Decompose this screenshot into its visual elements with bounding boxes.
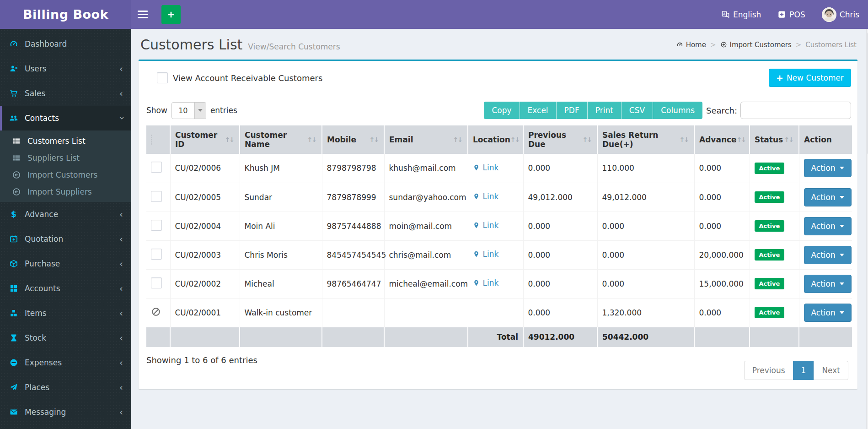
quick-add-button[interactable] (161, 5, 181, 24)
svg-text:A: A (723, 12, 726, 16)
row-action-button[interactable]: Action (804, 159, 852, 177)
column-header-advance[interactable]: Advance↑↓ (694, 125, 750, 154)
cell-previous-due: 0.000 (523, 212, 597, 240)
sidebar-item-stock[interactable]: Stock‹ (0, 326, 131, 350)
pos-button[interactable]: POS (777, 10, 805, 19)
sidebar-item-messaging[interactable]: Messaging‹ (0, 400, 131, 424)
search-input[interactable] (740, 102, 851, 119)
sidebar-item-users[interactable]: Users‹ (0, 56, 131, 81)
cell-select (146, 154, 170, 183)
breadcrumb-item-home[interactable]: Home (676, 41, 706, 49)
row-checkbox[interactable] (151, 191, 162, 202)
location-link-label: Link (483, 192, 499, 201)
column-header-customer-id[interactable]: Customer ID↑↓ (170, 125, 240, 154)
sidebar-item-expenses[interactable]: Expenses‹ (0, 350, 131, 375)
content: Customers List View/Search Customers Hom… (131, 29, 868, 429)
cell-action: Action (799, 269, 852, 298)
column-header-customer-name[interactable]: Customer Name↑↓ (240, 125, 322, 154)
sidebar-toggle-button[interactable] (138, 6, 154, 23)
column-header-email[interactable]: Email↑↓ (384, 125, 468, 154)
chevron-left-icon: ‹ (119, 333, 123, 342)
cell-sales-return-due: 49,012.000 (597, 183, 694, 212)
sort-icon: ↑↓ (680, 136, 689, 143)
location-link[interactable]: Link (473, 192, 499, 201)
caret-down-icon (840, 225, 844, 228)
sidebar-item-contacts[interactable]: Contacts‹ (0, 106, 131, 130)
cell-status: Active (750, 269, 799, 298)
cell-previous-due: 49,012.000 (523, 183, 597, 212)
language-icon: A (721, 10, 730, 19)
user-plus-icon (9, 64, 18, 73)
export-csv-button[interactable]: CSV (622, 102, 653, 119)
sidebar-subitem-import-suppliers[interactable]: Import Suppliers (0, 183, 131, 200)
action-label: Action (811, 308, 836, 317)
user-menu[interactable]: Chris (822, 7, 859, 22)
sidebar-item-items[interactable]: Items‹ (0, 301, 131, 326)
cell-mobile: 98757444888 (322, 212, 384, 240)
location-link[interactable]: Link (473, 163, 499, 172)
account-receivable-checkbox[interactable] (157, 72, 168, 83)
export-columns-button[interactable]: Columns (653, 102, 702, 119)
sidebar-item-sales[interactable]: Sales‹ (0, 81, 131, 106)
breadcrumb-item-import-customers[interactable]: Import Customers (720, 41, 792, 49)
column-header-select (146, 125, 170, 154)
sidebar-item-places[interactable]: Places‹ (0, 375, 131, 400)
location-link[interactable]: Link (473, 250, 499, 259)
export-copy-button[interactable]: Copy (484, 102, 520, 119)
row-checkbox[interactable] (151, 220, 162, 231)
pagination-page-1-button[interactable]: 1 (793, 361, 814, 380)
export-pdf-button[interactable]: PDF (557, 102, 588, 119)
sidebar-subitem-suppliers-list[interactable]: Suppliers List (0, 149, 131, 166)
row-checkbox[interactable] (151, 249, 162, 260)
caret-down-icon (840, 196, 844, 199)
location-link[interactable]: Link (473, 278, 499, 288)
minus-circle-icon (9, 358, 18, 367)
export-excel-button[interactable]: Excel (520, 102, 557, 119)
row-checkbox[interactable] (151, 277, 162, 288)
row-action-button[interactable]: Action (804, 188, 852, 206)
cell-location: Link (468, 240, 523, 269)
chevron-left-icon: ‹ (119, 358, 123, 367)
sidebar-item-accounts[interactable]: Accounts‹ (0, 276, 131, 301)
calendar-plus-icon (9, 234, 18, 244)
column-header-location[interactable]: Location↑↓ (468, 125, 523, 154)
row-action-button[interactable]: Action (804, 275, 852, 293)
column-label: Location (473, 135, 510, 144)
pagination-next-button[interactable]: Next (814, 361, 848, 380)
table-row: CU/02/0004Moin Ali98757444888moin@mail.c… (146, 212, 852, 240)
row-action-button[interactable]: Action (804, 217, 852, 235)
location-link[interactable]: Link (473, 221, 499, 230)
column-header-sales-return-due[interactable]: Sales Return Due(+)↑↓ (597, 125, 694, 154)
caret-down-icon (840, 167, 844, 169)
sidebar-subitem-customers-list[interactable]: Customers List (0, 132, 131, 149)
row-action-button[interactable]: Action (804, 246, 852, 264)
scrollbar[interactable] (866, 29, 868, 429)
sidebar-item-quotation[interactable]: Quotation‹ (0, 227, 131, 251)
row-checkbox[interactable] (151, 162, 162, 173)
app-logo[interactable]: Billing Book (0, 0, 131, 29)
cell-sales-return-due: 0.000 (597, 269, 694, 298)
column-header-status[interactable]: Status↑↓ (750, 125, 799, 154)
chevron-left-icon: ‹ (119, 210, 123, 219)
language-menu[interactable]: A English (721, 10, 761, 19)
column-header-mobile[interactable]: Mobile↑↓ (322, 125, 384, 154)
column-header-previous-due[interactable]: Previous Due↑↓ (523, 125, 597, 154)
sidebar-subitem-import-customers[interactable]: Import Customers (0, 166, 131, 183)
column-label: Previous Due (528, 130, 583, 149)
footer-empty (799, 327, 852, 347)
sidebar-item-advance[interactable]: $Advance‹ (0, 202, 131, 227)
sidebar-item-purchase[interactable]: Purchase‹ (0, 251, 131, 276)
table-row: CU/02/0006Khush JM8798798798khush@mail.c… (146, 154, 852, 183)
pagination: Previous 1 Next (745, 361, 848, 380)
username-label: Chris (840, 10, 859, 19)
new-customer-button[interactable]: + New Customer (769, 69, 851, 87)
footer-empty (146, 327, 170, 347)
footer-empty (322, 327, 384, 347)
status-badge: Active (755, 307, 785, 318)
content-header: Customers List View/Search Customers Hom… (139, 29, 857, 60)
sidebar-item-dashboard[interactable]: Dashboard (0, 32, 131, 56)
page-length-select[interactable]: 10 (171, 102, 206, 119)
export-print-button[interactable]: Print (588, 102, 622, 119)
pagination-previous-button[interactable]: Previous (744, 361, 793, 380)
row-action-button[interactable]: Action (804, 304, 852, 322)
